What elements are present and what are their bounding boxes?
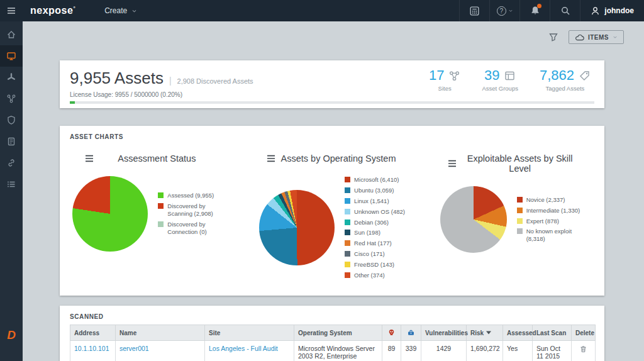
hamburger-menu-icon[interactable] [0,0,23,21]
legend-swatch [158,221,164,227]
logo-trademark: ° [73,6,75,11]
legend-swatch [517,218,523,224]
legend-item: Red Hat (177) [345,240,405,247]
col-address[interactable]: Address [70,325,116,341]
cloud-icon [575,33,584,41]
sidebar-item-assets[interactable] [0,45,23,67]
search-icon [560,6,570,16]
legend-swatch [517,208,523,213]
exploitable-assets-pie[interactable] [440,186,507,253]
legend-item: Expert (878) [517,218,587,225]
sites-count: 17 [429,67,444,84]
list-icon [6,179,16,189]
divider: | [169,75,172,86]
delete-asset-button[interactable] [575,345,591,353]
chart-menu-icon[interactable] [267,155,275,162]
chart-legend: Assessed (9,955) Discovered by Scanning … [158,192,228,235]
asset-groups-icon [504,70,516,82]
table-header-row: Address Name Site Operating System [70,325,596,341]
legend-swatch [345,272,350,278]
sidebar-item-administration[interactable] [0,174,23,195]
create-menu[interactable]: Create [99,0,142,21]
main-content: ITEMS 9,955 Assets | 2,908 Discovered As… [23,21,644,361]
scanned-section-label: SCANNED [70,313,104,320]
col-vulnerabilities[interactable]: Vulnerabilities [421,325,467,341]
asset-address-link[interactable]: 10.1.10.101 [74,345,109,352]
help-menu[interactable]: ? [489,0,519,21]
discovered-assets-label: 2,908 Discovered Assets [177,77,253,85]
items-dropdown-button[interactable]: ITEMS [569,30,624,44]
last-scan-date: Sun Oct 11 2015 [533,341,572,361]
legend-swatch [345,177,350,182]
scanned-assets-table: Address Name Site Operating System [70,325,596,361]
col-site[interactable]: Site [205,325,294,341]
exploit-count: 89 [382,341,401,361]
legend-swatch [345,209,350,214]
topbar-actions: ? johndoe [459,0,644,21]
chevron-down-icon [131,8,137,14]
sidebar-item-reports[interactable] [0,131,23,152]
legend-item: Other (374) [345,272,405,279]
sites-icon [448,70,460,82]
legend-item: Debian (306) [345,219,405,226]
asset-count: 9,955 Assets [70,69,164,88]
chart-exploitable-assets: Exploitable Assets by Skill Level Novice… [423,150,604,296]
legend-item: Unknown OS (482) [345,208,405,216]
col-assessed[interactable]: Assessed [503,325,533,341]
sidebar-item-home[interactable] [0,24,23,45]
legend-swatch [345,219,350,225]
legend-swatch [158,192,164,198]
chart-menu-icon[interactable] [85,155,94,162]
col-risk[interactable]: Risk [467,325,503,341]
notification-badge [537,4,541,8]
filter-icon[interactable] [548,32,558,42]
shield-icon [6,115,16,125]
legend-swatch [517,197,523,203]
col-name[interactable]: Name [116,325,205,341]
notifications-button[interactable] [519,0,550,21]
assets-by-os-pie[interactable] [259,190,335,265]
skull-icon [386,328,397,337]
user-icon [591,6,600,16]
asset-groups-label: Asset Groups [482,85,518,92]
sidebar-item-exposures[interactable] [0,88,23,109]
top-bar: nexpose° Create ? johndoe [0,0,644,21]
tagged-assets-label: Tagged Assets [540,85,591,92]
user-menu[interactable]: johndoe [580,0,644,21]
chart-title: Assessment Status [94,153,220,164]
col-operating-system[interactable]: Operating System [294,325,382,341]
monitor-icon [6,51,16,61]
stat-sites[interactable]: 17 Sites [429,67,460,92]
username-label: johndoe [604,6,634,15]
col-delete[interactable]: Delete [572,325,596,341]
sidebar-item-tickets[interactable] [0,152,23,174]
stat-asset-groups[interactable]: 39 Asset Groups [482,67,518,92]
legend-swatch [345,198,350,204]
charts-row: Assessment Status Assessed (9,955) Disco… [60,150,604,296]
summary-stats: 17 Sites 39 Asset Groups [429,67,591,92]
stat-tagged-assets[interactable]: 7,862 Tagged Assets [540,67,591,92]
sidebar-item-vulnerabilities[interactable] [0,67,23,88]
col-exploits[interactable] [382,325,401,341]
legend-item: Ubuntu (3,059) [345,187,405,194]
col-malware-kits[interactable] [401,325,421,341]
col-last-scan[interactable]: Last Scan [533,325,572,341]
asset-site-link[interactable]: Los Angeles - Full Audit [209,345,278,352]
trash-icon [579,345,587,353]
home-icon [6,30,16,40]
legend-item: Microsoft (6,410) [345,176,405,184]
rapid7-logo: D [7,328,16,342]
nexpose-dashboard: nexpose° Create ? johndoe [0,0,644,361]
help-icon: ? [497,6,506,16]
search-button[interactable] [550,0,580,21]
chart-menu-icon[interactable] [448,160,457,167]
asset-charts-card: ASSET CHARTS Assessment Status Assessed … [60,126,604,296]
assessment-status-pie[interactable] [72,176,148,252]
legend-swatch [158,203,164,209]
tag-icon [579,70,591,82]
calculator-grid-icon[interactable] [459,0,489,21]
radiation-icon [6,72,16,82]
asset-name-link[interactable]: server001 [119,345,149,352]
chevron-down-icon [613,35,618,40]
sidebar-item-policies[interactable] [0,109,23,131]
